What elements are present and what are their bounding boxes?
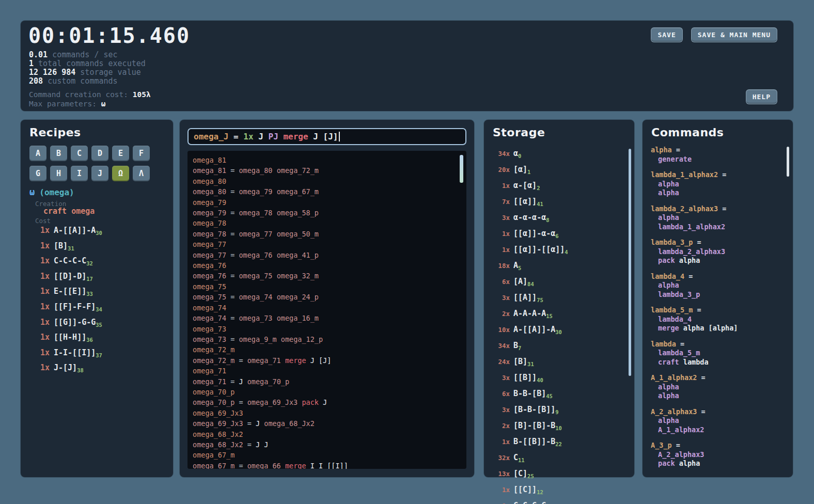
token: omega_16_m bbox=[277, 314, 319, 322]
creation-cost-label: Command creation cost: bbox=[29, 90, 128, 99]
token: alpha bbox=[679, 256, 700, 264]
recipe-tab-Λ[interactable]: Λ bbox=[133, 166, 150, 181]
command-body-line: lambda_2_alphax3 bbox=[651, 247, 786, 257]
command-log-line[interactable]: omega_72_m = omega_71 merge J [J] bbox=[193, 355, 466, 366]
recipe-tab-A[interactable]: A bbox=[29, 146, 46, 161]
token: omega_71 bbox=[193, 367, 226, 375]
item-formula: B-B-[B]45 bbox=[513, 389, 553, 398]
recipe-tab-E[interactable]: E bbox=[112, 146, 129, 161]
command-log-line[interactable]: omega_76 bbox=[193, 260, 466, 271]
token: omega_79 bbox=[193, 209, 226, 217]
command-log-line[interactable]: omega_81 bbox=[193, 155, 466, 165]
recipe-name: (omega) bbox=[39, 187, 74, 197]
cost-item: 1x[B]31 bbox=[35, 240, 102, 255]
storage-count: 3x bbox=[491, 211, 510, 225]
command-log-line[interactable]: omega_72_m bbox=[193, 344, 466, 355]
item-formula: [[C]]12 bbox=[513, 485, 543, 494]
token: alpha bbox=[658, 391, 679, 400]
command-body-line: alpha bbox=[651, 416, 786, 426]
command-block[interactable]: A_2_alphax3 =alphaA_1_alphax2 bbox=[651, 407, 786, 435]
command-log-line[interactable]: omega_77 bbox=[193, 239, 466, 249]
command-log-line[interactable]: omega_79 bbox=[193, 197, 466, 208]
command-block[interactable]: alpha =generate bbox=[651, 146, 786, 164]
command-log-line[interactable]: omega_70_p = omega_69_Jx3 pack J bbox=[193, 397, 466, 407]
editor-scrollbar-thumb[interactable] bbox=[460, 155, 463, 183]
recipe-tab-F[interactable]: F bbox=[133, 146, 150, 161]
command-name-text: alpha bbox=[651, 146, 672, 154]
command-log-line[interactable]: omega_79 = omega_78 omega_58_p bbox=[193, 208, 466, 218]
command-log-line[interactable]: omega_73 bbox=[193, 324, 466, 334]
command-block[interactable]: A_3_p =A_2_alphax3pack alpha bbox=[651, 441, 786, 468]
command-log-line[interactable]: omega_78 bbox=[193, 218, 466, 228]
item-formula: B7 bbox=[513, 341, 521, 350]
token: J bbox=[313, 132, 318, 141]
command-block[interactable]: lambda =lambda_5_mcraft lambda bbox=[651, 340, 786, 367]
storage-item: 7x[[α]]41 bbox=[491, 195, 627, 211]
command-log-line[interactable]: omega_69_Jx3 bbox=[193, 408, 466, 418]
command-log-line[interactable]: omega_67_m bbox=[193, 450, 466, 460]
command-log-line[interactable]: omega_80 bbox=[193, 176, 466, 186]
storage-count: 18x bbox=[491, 259, 510, 273]
save-button[interactable]: SAVE bbox=[651, 27, 682, 42]
command-block[interactable]: lambda_5_m =lambda_4merge alpha [alpha] bbox=[651, 306, 786, 333]
command-log-line[interactable]: omega_67_m = omega_66 merge I I [[I]] bbox=[193, 461, 466, 469]
help-button[interactable]: HELP bbox=[746, 89, 777, 104]
command-log-line[interactable]: omega_81 = omega_80 omega_72_m bbox=[193, 165, 466, 176]
token: omega_73 bbox=[239, 314, 272, 322]
recipe-tab-Ω[interactable]: Ω bbox=[112, 166, 129, 181]
command-log-line[interactable]: omega_71 bbox=[193, 366, 466, 376]
command-log-line[interactable]: omega_71 = J omega_70_p bbox=[193, 376, 466, 387]
recipes-panel: Recipes ABCDEFGHIJΩΛ ω(omega) Creation c… bbox=[21, 120, 173, 477]
token: pack bbox=[658, 256, 675, 264]
command-log-line[interactable]: omega_73 = omega_9_m omega_12_p bbox=[193, 334, 466, 344]
max-params-value: ω bbox=[101, 100, 106, 108]
storage-count: 3x bbox=[491, 371, 510, 385]
command-log-line[interactable]: omega_80 = omega_79 omega_67_m bbox=[193, 186, 466, 197]
stat-storage-value: 12 126 984 storage value bbox=[29, 68, 146, 77]
command-log-line[interactable]: omega_70_p bbox=[193, 387, 466, 397]
equals-sign: = bbox=[672, 441, 680, 449]
item-formula: A5 bbox=[513, 261, 521, 270]
commands-scrollbar-thumb[interactable] bbox=[787, 147, 789, 177]
command-block[interactable]: lambda_1_alphax2 =alphaalpha bbox=[651, 170, 786, 198]
command-log-line[interactable]: omega_69_Jx3 = J omega_68_Jx2 bbox=[193, 418, 466, 429]
command-log-line[interactable]: omega_77 = omega_76 omega_41_p bbox=[193, 250, 466, 260]
token: omega_80 bbox=[193, 177, 226, 185]
command-block[interactable]: lambda_2_alphax3 =alphalambda_1_alphax2 bbox=[651, 204, 786, 232]
recipe-tab-J[interactable]: J bbox=[91, 166, 108, 181]
token: craft bbox=[658, 358, 679, 366]
command-log-line[interactable]: omega_75 bbox=[193, 281, 466, 292]
command-log-line[interactable]: omega_75 = omega_74 omega_24_p bbox=[193, 292, 466, 302]
recipe-tab-D[interactable]: D bbox=[91, 146, 108, 161]
command-log-line[interactable]: omega_74 bbox=[193, 303, 466, 313]
storage-item: 34xα0 bbox=[491, 147, 627, 163]
recipe-tab-G[interactable]: G bbox=[29, 166, 46, 181]
recipe-tab-C[interactable]: C bbox=[71, 146, 88, 161]
command-block[interactable]: lambda_4 =alphalambda_3_p bbox=[651, 272, 786, 300]
storage-count: 10x bbox=[491, 323, 510, 337]
cost-quantity: 1x bbox=[35, 240, 50, 253]
command-log-line[interactable]: omega_74 = omega_73 omega_16_m bbox=[193, 313, 466, 323]
recipe-tab-H[interactable]: H bbox=[50, 166, 67, 181]
command-body-line: alpha bbox=[651, 180, 786, 189]
save-main-menu-button[interactable]: SAVE & MAIN MENU bbox=[691, 27, 777, 42]
command-block[interactable]: A_1_alphax2 =alphaalpha bbox=[651, 373, 786, 401]
item-formula: [α]1 bbox=[513, 165, 530, 174]
command-input[interactable]: omega_J = 1x J PJ merge J [J] bbox=[187, 128, 466, 145]
command-log-line[interactable]: omega_68_Jx2 bbox=[193, 429, 466, 439]
item-formula: [B]31 bbox=[513, 357, 534, 366]
equals-sign: = bbox=[672, 146, 680, 154]
command-name-text: lambda_5_m bbox=[651, 306, 693, 314]
cost-item: 1xC-C-C-C32 bbox=[35, 255, 102, 270]
command-log-line[interactable]: omega_78 = omega_77 omega_50_m bbox=[193, 229, 466, 239]
equals-sign: = bbox=[684, 272, 693, 280]
token: omega_72_m bbox=[193, 345, 234, 354]
command-log-line[interactable]: omega_68_Jx2 = J J bbox=[193, 439, 466, 450]
recipe-tab-I[interactable]: I bbox=[71, 166, 88, 181]
command-block[interactable]: lambda_3_p =lambda_2_alphax3pack alpha bbox=[651, 238, 786, 265]
command-log-line[interactable]: omega_76 = omega_75 omega_32_m bbox=[193, 271, 466, 281]
recipe-tab-B[interactable]: B bbox=[50, 146, 67, 161]
command-name: lambda_1_alphax2 = bbox=[651, 170, 786, 180]
storage-scrollbar-thumb[interactable] bbox=[629, 149, 631, 376]
token: = bbox=[233, 132, 239, 141]
